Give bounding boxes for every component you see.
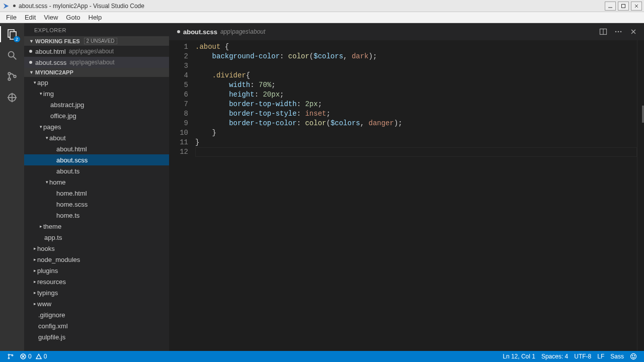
file-label: about.scss xyxy=(35,59,66,66)
svg-point-10 xyxy=(14,75,16,78)
chevron-right-icon: ▸ xyxy=(32,268,37,273)
tree-label: abstract.jpg xyxy=(50,101,84,109)
tree-label: img xyxy=(43,90,54,98)
status-eol[interactable]: LF xyxy=(594,353,607,360)
menu-file[interactable]: File xyxy=(2,13,21,22)
file-item[interactable]: about.html xyxy=(24,143,169,154)
file-item[interactable]: about.ts xyxy=(24,165,169,176)
activity-explorer[interactable]: 2 xyxy=(5,27,19,41)
menu-edit[interactable]: Edit xyxy=(21,13,40,22)
error-count: 0 xyxy=(28,353,32,360)
chevron-right-icon: ▸ xyxy=(32,301,37,306)
working-files-header[interactable]: ▼ WORKING FILES 2 UNSAVED xyxy=(24,36,169,46)
tree-label: typings xyxy=(37,289,58,297)
menu-view[interactable]: View xyxy=(40,13,62,22)
tree-label: node_modules xyxy=(37,256,80,263)
file-item[interactable]: office.jpg xyxy=(24,110,169,121)
file-item[interactable]: gulpfile.js xyxy=(24,331,169,342)
tree-label: about.html xyxy=(56,145,87,153)
warning-count: 0 xyxy=(44,353,47,360)
file-item[interactable]: config.xml xyxy=(24,320,169,331)
activity-bar: 2 xyxy=(0,23,24,351)
maximize-button[interactable] xyxy=(618,2,629,11)
activity-git[interactable] xyxy=(5,69,19,83)
warning-icon xyxy=(36,353,42,359)
tree-label: home.html xyxy=(56,190,87,197)
status-language[interactable]: Sass xyxy=(607,353,627,360)
tab-about-scss[interactable]: about.scss app\pages\about xyxy=(172,23,270,40)
tab-actions xyxy=(599,27,641,36)
unsaved-badge: 2 UNSAVED xyxy=(84,38,117,44)
folder-item[interactable]: ▾home xyxy=(24,176,169,188)
file-item[interactable]: home.scss xyxy=(24,199,169,210)
folder-item[interactable]: ▸hooks xyxy=(24,243,169,254)
file-item[interactable]: home.html xyxy=(24,188,169,199)
svg-point-16 xyxy=(615,31,617,33)
tree-label: about.ts xyxy=(56,167,79,175)
file-item[interactable]: app.ts xyxy=(24,232,169,243)
code-area[interactable]: .about { background-color: color($colors… xyxy=(195,40,644,351)
more-actions-icon[interactable] xyxy=(614,27,623,36)
status-git[interactable] xyxy=(4,351,17,362)
split-editor-icon[interactable] xyxy=(599,27,608,36)
folder-item[interactable]: ▾about xyxy=(24,132,169,143)
tree-label: office.jpg xyxy=(50,112,76,120)
working-file[interactable]: about.scssapp\pages\about xyxy=(24,57,169,68)
folder-item[interactable]: ▾app xyxy=(24,77,169,88)
editor-scrollbar[interactable] xyxy=(637,40,644,351)
svg-line-7 xyxy=(14,57,17,60)
working-file[interactable]: about.htmlapp\pages\about xyxy=(24,46,169,57)
folder-item[interactable]: ▸www xyxy=(24,298,169,309)
close-button[interactable] xyxy=(631,2,642,11)
menu-goto[interactable]: Goto xyxy=(62,13,84,22)
overview-marker xyxy=(642,106,644,123)
status-encoding[interactable]: UTF-8 xyxy=(571,353,594,360)
working-files-list: about.htmlapp\pages\aboutabout.scssapp\p… xyxy=(24,46,169,68)
editor[interactable]: 123456789101112 .about { background-colo… xyxy=(169,40,644,351)
activity-search[interactable] xyxy=(5,48,19,62)
folder-item[interactable]: ▸resources xyxy=(24,276,169,287)
file-item[interactable]: about.scss xyxy=(24,154,169,165)
window-controls xyxy=(605,2,642,11)
minimize-button[interactable] xyxy=(605,2,616,11)
git-branch-icon xyxy=(7,353,14,360)
svg-point-18 xyxy=(620,31,622,33)
project-header[interactable]: ▼ MYIONIC2APP xyxy=(24,68,169,77)
svg-point-9 xyxy=(8,78,11,80)
activity-explorer-badge: 2 xyxy=(14,36,20,42)
svg-rect-1 xyxy=(622,4,625,8)
chevron-down-icon: ▼ xyxy=(29,39,34,44)
file-item[interactable]: .gitignore xyxy=(24,309,169,320)
folder-item[interactable]: ▸plugins xyxy=(24,265,169,276)
chevron-right-icon: ▸ xyxy=(32,246,37,251)
status-spaces[interactable]: Spaces: 4 xyxy=(538,353,571,360)
folder-item[interactable]: ▾pages xyxy=(24,121,169,132)
chevron-right-icon: ▸ xyxy=(32,279,37,284)
folder-item[interactable]: ▾img xyxy=(24,88,169,99)
tree-label: gulpfile.js xyxy=(38,333,65,341)
status-position[interactable]: Ln 12, Col 1 xyxy=(500,353,538,360)
file-label: about.html xyxy=(35,48,66,55)
file-subpath: app\pages\about xyxy=(69,59,114,66)
chevron-right-icon: ▸ xyxy=(32,257,37,262)
svg-point-22 xyxy=(8,357,10,359)
folder-item[interactable]: ▸typings xyxy=(24,287,169,298)
sidebar-title: EXPLORER xyxy=(24,23,169,36)
status-problems[interactable]: 0 0 xyxy=(17,351,50,362)
menu-help[interactable]: Help xyxy=(85,13,106,22)
activity-debug[interactable] xyxy=(5,90,19,105)
tree-label: home xyxy=(49,178,66,186)
tree-label: home.scss xyxy=(56,201,88,208)
folder-item[interactable]: ▸theme xyxy=(24,221,169,232)
smiley-icon xyxy=(630,353,637,360)
folder-item[interactable]: ▸node_modules xyxy=(24,254,169,265)
window-title: about.scss - myIonic2App - Visual Studio… xyxy=(19,3,605,10)
file-item[interactable]: abstract.jpg xyxy=(24,99,169,110)
tree-label: app.ts xyxy=(44,234,62,241)
close-tab-icon[interactable] xyxy=(629,27,638,36)
file-item[interactable]: home.ts xyxy=(24,210,169,221)
status-feedback[interactable] xyxy=(627,353,640,360)
chevron-down-icon: ▾ xyxy=(32,80,37,85)
tree-label: about xyxy=(49,134,66,142)
tab-subpath: app\pages\about xyxy=(220,28,265,35)
